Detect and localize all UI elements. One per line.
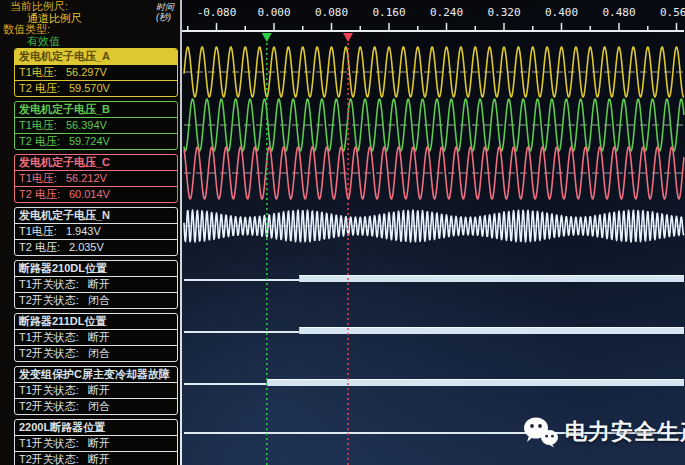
measurement-value: 断开 bbox=[88, 453, 110, 465]
measurement-label: T1电压: bbox=[19, 66, 57, 78]
measurement-value: 59.724V bbox=[69, 135, 110, 147]
channel-measurement-row: T1开关状态:断开 bbox=[15, 435, 177, 451]
measurement-value: 56.297V bbox=[66, 66, 107, 78]
measurement-value: 闭合 bbox=[88, 294, 110, 306]
wechat-icon bbox=[523, 416, 559, 448]
measurement-label: T2开关状态: bbox=[19, 453, 79, 465]
measurement-value: 断开 bbox=[88, 437, 110, 449]
measurement-value: 59.570V bbox=[69, 82, 110, 94]
measurement-value: 60.014V bbox=[69, 188, 110, 200]
measurement-label: T1电压: bbox=[19, 225, 57, 237]
watermark-text: 电力安全生产 bbox=[565, 417, 685, 447]
measurement-value: 闭合 bbox=[88, 400, 110, 412]
channel-measurement-row: T2 电压:60.014V bbox=[15, 186, 177, 202]
channel-group[interactable]: 断路器211DL位置T1开关状态:断开T2开关状态:闭合 bbox=[14, 313, 178, 362]
value-type-label: 数值类型: bbox=[3, 24, 181, 36]
time-axis-label: -0.080 bbox=[197, 6, 237, 19]
channel-measurement-row: T2 电压:59.570V bbox=[15, 80, 177, 96]
measurement-label: T2 电压: bbox=[19, 82, 60, 94]
channel-measurement-row: T1开关状态:断开 bbox=[15, 382, 177, 398]
channel-measurement-row: T2开关状态:断开 bbox=[15, 451, 177, 465]
time-axis-title: 时间 (秒) bbox=[156, 2, 180, 22]
measurement-value: 2.035V bbox=[69, 241, 104, 253]
digital-trace-high bbox=[267, 379, 684, 386]
channel-measurement-row: T2 电压:59.724V bbox=[15, 133, 177, 149]
channel-measurement-row: T1电压:56.212V bbox=[15, 170, 177, 186]
channel-group[interactable]: 发电机定子电压_AT1电压:56.297VT2 电压:59.570V bbox=[14, 48, 178, 97]
measurement-value: 1.943V bbox=[66, 225, 101, 237]
channel-group[interactable]: 发变组保护C屏主变冷却器故障T1开关状态:断开T2开关状态:闭合 bbox=[14, 366, 178, 415]
measurement-label: T2 电压: bbox=[19, 135, 60, 147]
cursor-t1-marker[interactable] bbox=[262, 33, 272, 42]
measurement-label: T2开关状态: bbox=[19, 294, 79, 306]
channel-list: 发电机定子电压_AT1电压:56.297VT2 电压:59.570V发电机定子电… bbox=[14, 48, 178, 465]
measurement-label: T2 电压: bbox=[19, 188, 60, 200]
channel-measurement-row: T2开关状态:闭合 bbox=[15, 292, 177, 308]
channel-group[interactable]: 断路器210DL位置T1开关状态:断开T2开关状态:闭合 bbox=[14, 260, 178, 309]
channel-name[interactable]: 发变组保护C屏主变冷却器故障 bbox=[15, 367, 177, 382]
measurement-label: T1开关状态: bbox=[19, 384, 79, 396]
measurement-label: T1电压: bbox=[19, 119, 57, 131]
channel-measurement-row: T1电压:56.394V bbox=[15, 117, 177, 133]
channel-name[interactable]: 发电机定子电压_B bbox=[15, 102, 177, 117]
measurement-value: 56.212V bbox=[66, 172, 107, 184]
channel-measurement-row: T1电压:56.297V bbox=[15, 64, 177, 80]
waveform-plot[interactable]: -0.0800.0000.0800.1600.2400.3200.4000.48… bbox=[182, 0, 685, 465]
time-axis-label: 0.320 bbox=[487, 6, 520, 19]
time-axis-label: 0.240 bbox=[430, 6, 463, 19]
time-axis-label: 0.080 bbox=[315, 6, 348, 19]
channel-group[interactable]: 发电机定子电压_BT1电压:56.394VT2 电压:59.724V bbox=[14, 101, 178, 150]
measurement-label: T1开关状态: bbox=[19, 278, 79, 290]
channel-name[interactable]: 发电机定子电压_N bbox=[15, 208, 177, 223]
time-axis-label: 0.480 bbox=[602, 6, 635, 19]
waveform-area: -0.0800.0000.0800.1600.2400.3200.4000.48… bbox=[182, 0, 685, 465]
measurement-label: T1开关状态: bbox=[19, 331, 79, 343]
channel-measurement-row: T2 电压:2.035V bbox=[15, 239, 177, 255]
digital-trace-high bbox=[299, 275, 684, 282]
cursor-t2-marker[interactable] bbox=[343, 33, 353, 42]
measurement-label: T2 电压: bbox=[19, 241, 60, 253]
time-axis-label: 0.000 bbox=[257, 6, 290, 19]
channel-name[interactable]: 发电机定子电压_C bbox=[15, 155, 177, 170]
measurement-value: 断开 bbox=[88, 278, 110, 290]
digital-trace-high bbox=[299, 327, 684, 334]
measurement-value: 56.394V bbox=[66, 119, 107, 131]
channel-measurement-row: T1开关状态:断开 bbox=[15, 329, 177, 345]
time-axis-label: 0.560 bbox=[660, 6, 685, 19]
watermark: 电力安全生产 bbox=[523, 416, 685, 448]
value-type-value[interactable]: 有效值 bbox=[27, 36, 181, 48]
channel-group[interactable]: 发电机定子电压_NT1电压:1.943VT2 电压:2.035V bbox=[14, 207, 178, 256]
measurement-label: T2开关状态: bbox=[19, 347, 79, 359]
measurement-value: 断开 bbox=[88, 331, 110, 343]
channel-measurement-row: T1电压:1.943V bbox=[15, 223, 177, 239]
measurement-value: 断开 bbox=[88, 384, 110, 396]
scale-info: 当前比例尺: 通道比例尺 数值类型: 有效值 bbox=[0, 1, 181, 47]
channel-measurement-row: T2开关状态:闭合 bbox=[15, 398, 177, 414]
time-axis-label: 0.400 bbox=[545, 6, 578, 19]
measurement-label: T2开关状态: bbox=[19, 400, 79, 412]
measurement-value: 闭合 bbox=[88, 347, 110, 359]
channel-group[interactable]: 2200L断路器位置T1开关状态:断开T2开关状态:断开 bbox=[14, 419, 178, 465]
fault-recorder-screen: 当前比例尺: 通道比例尺 数值类型: 有效值 发电机定子电压_AT1电压:56.… bbox=[0, 0, 685, 465]
channel-name[interactable]: 2200L断路器位置 bbox=[15, 420, 177, 435]
channel-measurement-row: T1开关状态:断开 bbox=[15, 276, 177, 292]
channel-name[interactable]: 断路器210DL位置 bbox=[15, 261, 177, 276]
channel-group[interactable]: 发电机定子电压_CT1电压:56.212VT2 电压:60.014V bbox=[14, 154, 178, 203]
channel-name[interactable]: 断路器211DL位置 bbox=[15, 314, 177, 329]
measurement-label: T1开关状态: bbox=[19, 437, 79, 449]
channel-panel: 当前比例尺: 通道比例尺 数值类型: 有效值 发电机定子电压_AT1电压:56.… bbox=[0, 0, 181, 465]
waveform-trace bbox=[184, 210, 684, 242]
channel-measurement-row: T2开关状态:闭合 bbox=[15, 345, 177, 361]
time-axis-label: 0.160 bbox=[372, 6, 405, 19]
measurement-label: T1电压: bbox=[19, 172, 57, 184]
channel-name[interactable]: 发电机定子电压_A bbox=[15, 49, 177, 64]
